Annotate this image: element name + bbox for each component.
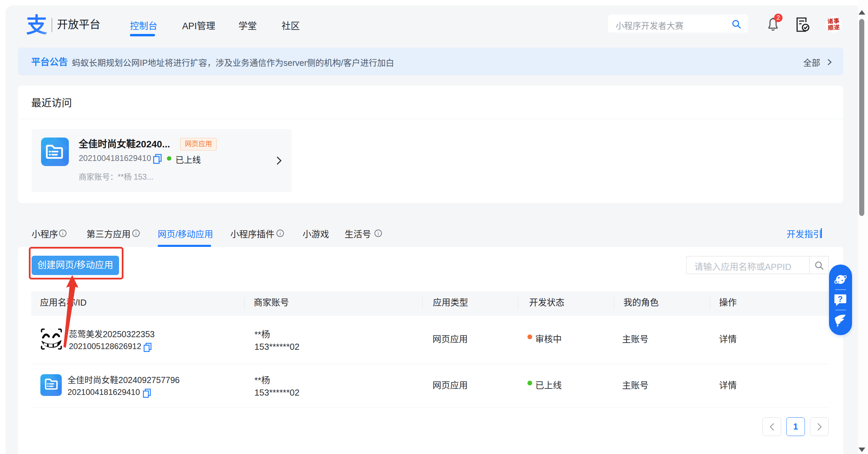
svg-text:?: ? (838, 294, 843, 304)
svg-text:支: 支 (26, 14, 47, 37)
